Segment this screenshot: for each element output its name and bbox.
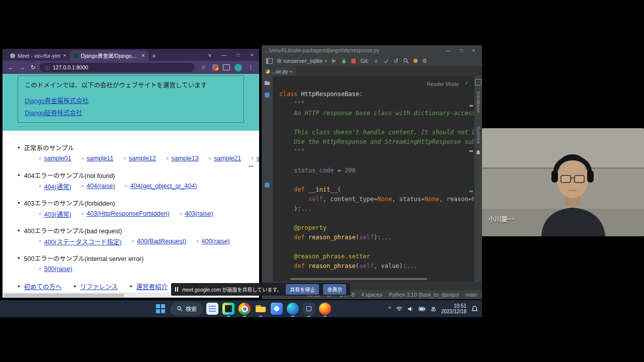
debug-button[interactable] bbox=[341, 58, 347, 64]
running-indicator bbox=[307, 316, 311, 317]
bookmark-star-icon[interactable]: ☆ bbox=[199, 64, 208, 71]
sidebar-toggle-icon[interactable] bbox=[266, 58, 273, 64]
sample-link[interactable]: sample13 bbox=[171, 155, 198, 162]
new-tab-button[interactable]: + bbox=[148, 50, 159, 61]
taskbar-app-firefox[interactable] bbox=[319, 303, 331, 315]
maximize-button[interactable]: □ bbox=[460, 48, 463, 53]
site-info-icon[interactable]: ⓘ bbox=[45, 64, 50, 71]
run-button[interactable] bbox=[331, 58, 337, 64]
close-button[interactable]: × bbox=[472, 48, 475, 53]
settings-gear-icon[interactable]: ⚙ bbox=[422, 58, 427, 64]
rollback-button[interactable]: ↺ bbox=[393, 58, 398, 64]
footer-link[interactable]: リファレンス bbox=[80, 282, 118, 291]
run-config-label: runserver_sqlite bbox=[283, 58, 323, 64]
sample-link[interactable]: 403(raise) bbox=[185, 210, 213, 217]
minimize-button[interactable]: — bbox=[217, 52, 231, 58]
wifi-icon[interactable] bbox=[396, 306, 403, 312]
browser-tab-django[interactable]: Django貴金属/Django証券の会社 × bbox=[70, 50, 148, 61]
run-config-icon bbox=[277, 59, 281, 63]
reader-mode-label[interactable]: Reader Mode bbox=[427, 79, 459, 89]
taskbar-app-notepad[interactable] bbox=[206, 303, 218, 315]
sample-link[interactable]: 400(ステータスコード指定) bbox=[44, 237, 121, 246]
webcam-tile: 小川慶一 bbox=[482, 128, 644, 236]
sample-link[interactable]: 404(通常) bbox=[44, 182, 71, 191]
taskbar-app-chrome[interactable] bbox=[238, 303, 251, 315]
sample-link[interactable]: 400(raise) bbox=[201, 238, 229, 245]
company-link-securities[interactable]: Django証券株式会社 bbox=[25, 108, 237, 117]
sample-list-item: ○403(通常) bbox=[39, 210, 71, 218]
menu-kebab-icon[interactable]: ⋮ bbox=[247, 64, 255, 71]
taskbar-app-pycharm[interactable] bbox=[222, 303, 234, 315]
git-commit-button[interactable] bbox=[383, 58, 389, 64]
stop-sharing-button[interactable]: 共有を停止 bbox=[286, 284, 319, 295]
sample-link[interactable]: 400(BadRequest) bbox=[137, 238, 186, 245]
structure-tool-icon[interactable] bbox=[265, 183, 270, 188]
sample-link[interactable]: 404(get_object_or_404) bbox=[130, 183, 197, 190]
company-link-metal[interactable]: Django貴金属株式会社 bbox=[25, 96, 237, 105]
python-file-icon bbox=[266, 69, 270, 73]
hide-banner-button[interactable]: 非表示 bbox=[323, 284, 346, 295]
taskbar-app-terminal[interactable] bbox=[303, 303, 315, 315]
code-line bbox=[279, 156, 474, 166]
tool-window-button[interactable]: Database bbox=[476, 92, 481, 113]
status-item[interactable]: Python 3.10 (flask_to_django) bbox=[389, 292, 459, 298]
maximize-button[interactable]: □ bbox=[231, 52, 245, 58]
status-item[interactable]: main bbox=[465, 292, 477, 298]
section-title: 403エラーのサンプル(forbidden) bbox=[24, 198, 115, 208]
search-label: 検索 bbox=[186, 305, 197, 313]
footer-link[interactable]: 初めての方へ bbox=[24, 282, 62, 291]
git-update-button[interactable] bbox=[373, 58, 379, 64]
tray-overflow-chevron-icon[interactable]: ^ bbox=[388, 306, 391, 312]
browser-tab-meet[interactable]: Meet - vio-rfur-yim × bbox=[7, 50, 70, 61]
side-panel-icon[interactable] bbox=[223, 64, 230, 70]
sample-link[interactable]: sam bbox=[257, 155, 259, 162]
editor-horizontal-scrollbar[interactable] bbox=[290, 278, 427, 280]
update-notification-icon[interactable] bbox=[414, 59, 418, 63]
status-item[interactable]: 4 spaces bbox=[361, 292, 382, 298]
sample-link[interactable]: 403(通常) bbox=[44, 209, 71, 219]
taskbar-app-explorer[interactable] bbox=[255, 303, 267, 315]
tab-close-icon[interactable]: × bbox=[142, 53, 145, 58]
sample-link[interactable]: sample21 bbox=[214, 155, 241, 162]
tool-window-button[interactable]: SciView bbox=[476, 126, 481, 144]
sample-link[interactable]: sample11 bbox=[87, 155, 113, 162]
meet-favicon-icon bbox=[10, 53, 15, 58]
sample-link[interactable]: 500(raise) bbox=[44, 265, 72, 273]
tab-search-button[interactable]: ∨ bbox=[203, 52, 217, 58]
scrollbar-thumb[interactable] bbox=[4, 294, 124, 297]
forward-button[interactable]: → bbox=[18, 64, 26, 71]
ide-window-controls: — □ × bbox=[446, 48, 479, 53]
reload-button[interactable]: ↻ bbox=[29, 64, 37, 71]
footer-link[interactable]: 運営者紹介 bbox=[136, 282, 168, 291]
editor-tab-response-py[interactable]: ...se.py ▾ bbox=[262, 67, 296, 76]
close-button[interactable]: × bbox=[245, 52, 259, 58]
taskbar-app-photos[interactable] bbox=[271, 303, 283, 315]
back-button[interactable]: ← bbox=[7, 64, 15, 71]
taskbar-app-edge[interactable] bbox=[287, 303, 299, 315]
volume-icon[interactable] bbox=[408, 306, 414, 312]
commit-tool-icon[interactable] bbox=[475, 79, 481, 85]
battery-icon[interactable] bbox=[419, 307, 426, 311]
extension-icon[interactable] bbox=[212, 64, 218, 70]
profile-avatar[interactable] bbox=[234, 64, 242, 71]
start-button[interactable] bbox=[154, 302, 167, 315]
tab-close-icon[interactable]: × bbox=[63, 53, 66, 58]
minimize-button[interactable]: — bbox=[446, 48, 451, 53]
footer-link-item: •運営者紹介 bbox=[130, 282, 168, 291]
taskbar-search[interactable]: 検索 bbox=[171, 303, 203, 315]
search-everywhere-icon[interactable] bbox=[403, 58, 409, 64]
bookmarks-tool-icon[interactable] bbox=[265, 93, 270, 98]
project-tool-icon[interactable] bbox=[264, 80, 270, 85]
code-editor[interactable]: Reader Mode ✓ class HttpResponseBase: ""… bbox=[273, 76, 474, 282]
sample-link[interactable]: 404(raise) bbox=[87, 183, 115, 190]
sample-link[interactable]: sample12 bbox=[129, 155, 156, 162]
notifications-icon[interactable] bbox=[471, 306, 478, 312]
sample-link[interactable]: 403(HttpResponseForbidden) bbox=[87, 210, 170, 217]
stop-button[interactable] bbox=[351, 59, 356, 63]
ime-language-indicator[interactable]: あ bbox=[431, 305, 436, 313]
taskbar-clock[interactable]: 10:51 2022/12/18 bbox=[441, 303, 466, 315]
address-bar[interactable]: ⓘ 127.0.0.1:8000 bbox=[40, 63, 195, 72]
notifications-bell-icon[interactable] bbox=[475, 150, 481, 155]
sample-link[interactable]: sample01 bbox=[44, 155, 71, 162]
run-configuration-select[interactable]: runserver_sqlite ▾ bbox=[277, 58, 327, 64]
